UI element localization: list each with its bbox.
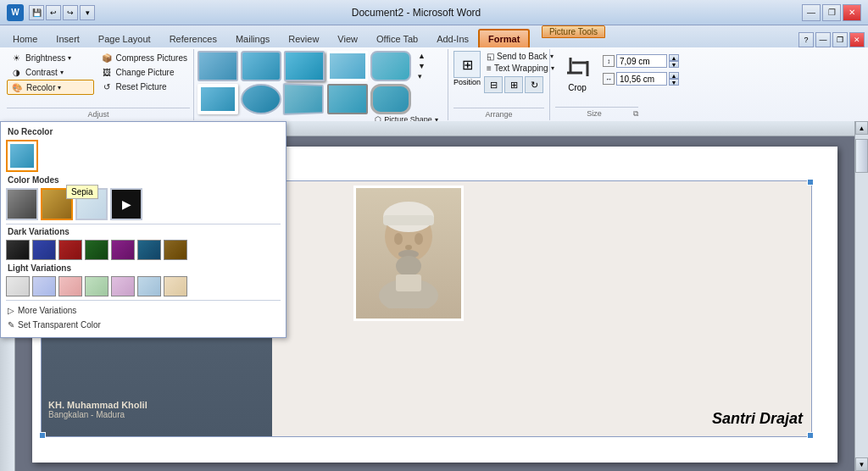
ribbon-restore-button[interactable]: ❐ — [832, 32, 848, 47]
styles-scroll-up[interactable]: ▲ — [415, 51, 428, 61]
rotate-button[interactable]: ↻ — [525, 76, 543, 93]
scrollbar-track[interactable] — [855, 135, 868, 457]
light-swatch-7[interactable] — [164, 276, 187, 296]
text-wrapping-button[interactable]: ≡ Text Wrapping ▾ — [484, 63, 557, 74]
height-up[interactable]: ▲ — [669, 54, 679, 61]
dark-swatch-4[interactable] — [85, 240, 108, 260]
group-button[interactable]: ⊞ — [504, 76, 523, 93]
picture-style-2[interactable] — [241, 51, 281, 81]
washout-item[interactable] — [75, 188, 108, 220]
width-input[interactable] — [616, 72, 667, 86]
height-down[interactable]: ▼ — [669, 61, 679, 68]
tab-insert[interactable]: Insert — [47, 29, 89, 47]
picture-style-5[interactable] — [370, 51, 411, 81]
tab-references[interactable]: References — [160, 29, 226, 47]
reset-icon: ↺ — [100, 80, 114, 92]
picture-style-8[interactable] — [283, 83, 324, 115]
picture-style-7[interactable] — [241, 84, 281, 114]
tab-format[interactable]: Format — [478, 29, 530, 47]
picture-style-9[interactable] — [327, 84, 368, 114]
ribbon-close-button[interactable]: ✕ — [849, 32, 865, 47]
portrait-svg — [366, 198, 451, 308]
light-swatch-6[interactable] — [137, 276, 161, 296]
scroll-up-button[interactable]: ▲ — [855, 121, 868, 135]
dark-swatch-6[interactable] — [137, 240, 161, 260]
crop-button[interactable]: Crop — [555, 51, 599, 94]
dark-swatch-2[interactable] — [32, 240, 56, 260]
light-swatch-5[interactable] — [111, 276, 135, 296]
position-button[interactable]: ⊞ Position — [453, 51, 481, 86]
handle-tr[interactable] — [807, 179, 814, 186]
caption-area: KH. Muhammad Kholil Bangkalan - Madura — [48, 400, 269, 419]
tab-add-ins[interactable]: Add-Ins — [427, 29, 478, 47]
more-variations-button[interactable]: ▷ More Variations — [6, 303, 281, 318]
title-bar: W 💾 ↩ ↪ ▾ Document2 - Microsoft Word — ❐… — [0, 0, 868, 25]
styles-more[interactable]: ▾ — [415, 71, 428, 81]
tab-page-layout[interactable]: Page Layout — [89, 29, 160, 47]
brightness-label: Brightness — [25, 53, 65, 63]
styles-scroll-down[interactable]: ▼ — [415, 61, 428, 71]
ribbon-minimize-button[interactable]: — — [815, 32, 831, 47]
black-item[interactable]: ▶ — [110, 188, 142, 220]
send-to-back-button[interactable]: ◱ Send to Back ▾ — [484, 51, 557, 62]
ribbon-tabs: Home Insert Page Layout References Maili… — [0, 25, 868, 47]
color-modes-title: Color Modes — [6, 175, 281, 185]
brightness-icon: ☀ — [9, 52, 23, 64]
reset-picture-button[interactable]: ↺ Reset Picture — [97, 80, 190, 93]
tab-office-tab[interactable]: Office Tab — [367, 29, 427, 47]
brightness-dropdown-icon[interactable]: ▾ — [68, 54, 71, 62]
dark-swatch-7[interactable] — [164, 240, 187, 260]
set-transparent-button[interactable]: ✎ Set Transparent Color — [6, 318, 281, 332]
sepia-item[interactable] — [41, 188, 73, 220]
width-spinner: ▲ ▼ — [669, 72, 679, 86]
scroll-down-button[interactable]: ▼ — [855, 457, 868, 471]
tab-view[interactable]: View — [328, 29, 367, 47]
dark-swatch-1[interactable] — [6, 240, 30, 260]
svg-point-9 — [415, 233, 423, 245]
brightness-button[interactable]: ☀ Brightness ▾ — [7, 51, 94, 64]
minimize-button[interactable]: — — [802, 4, 821, 21]
image-right-panel — [272, 181, 811, 436]
scrollbar-thumb[interactable] — [855, 139, 868, 173]
dark-swatch-5[interactable] — [111, 240, 135, 260]
svg-rect-14 — [396, 274, 421, 291]
dark-swatch-3[interactable] — [58, 240, 82, 260]
size-dialog-launcher[interactable]: ⧉ — [633, 109, 638, 119]
tab-mailings[interactable]: Mailings — [226, 29, 279, 47]
recolor-button[interactable]: 🎨 Recolor ▾ — [7, 80, 94, 95]
light-swatch-3[interactable] — [58, 276, 82, 296]
compress-pictures-button[interactable]: 📦 Compress Pictures — [97, 51, 190, 64]
grayscale-item[interactable] — [6, 188, 38, 220]
width-up[interactable]: ▲ — [669, 72, 679, 79]
vertical-scrollbar[interactable]: ▲ ▼ — [854, 121, 868, 471]
tab-home[interactable]: Home — [3, 29, 47, 47]
change-picture-button[interactable]: 🖼 Change Picture — [97, 65, 190, 79]
arrange-group: ⊞ Position ◱ Send to Back ▾ ≡ Text Wrapp… — [448, 49, 550, 120]
picture-style-3[interactable] — [284, 51, 325, 81]
picture-style-4[interactable] — [327, 51, 368, 81]
light-swatch-4[interactable] — [85, 276, 108, 296]
picture-tools-label: Picture Tools — [542, 25, 605, 38]
height-input[interactable] — [616, 54, 667, 68]
width-down[interactable]: ▼ — [669, 79, 679, 86]
contrast-dropdown-icon[interactable]: ▾ — [60, 69, 64, 76]
handle-br[interactable] — [807, 432, 814, 439]
more-variations-label: More Variations — [18, 306, 76, 315]
picture-style-6[interactable] — [198, 84, 238, 114]
close-button[interactable]: ✕ — [843, 4, 861, 21]
send-to-back-label: Send to Back — [497, 52, 547, 61]
help-button[interactable]: ? — [798, 32, 814, 47]
caption-location: Bangkalan - Madura — [48, 410, 269, 419]
contrast-button[interactable]: ◑ Contrast ▾ — [7, 65, 94, 79]
align-button[interactable]: ⊟ — [484, 76, 503, 93]
restore-button[interactable]: ❐ — [822, 4, 841, 21]
picture-style-10[interactable] — [370, 84, 411, 114]
handle-bl[interactable] — [39, 432, 46, 439]
picture-style-1[interactable] — [198, 51, 238, 81]
light-swatch-2[interactable] — [32, 276, 56, 296]
no-recolor-item[interactable] — [6, 140, 38, 172]
light-swatch-1[interactable] — [6, 276, 30, 296]
recolor-dropdown-icon[interactable]: ▾ — [58, 84, 61, 91]
photo-content — [356, 188, 461, 319]
tab-review[interactable]: Review — [279, 29, 328, 47]
